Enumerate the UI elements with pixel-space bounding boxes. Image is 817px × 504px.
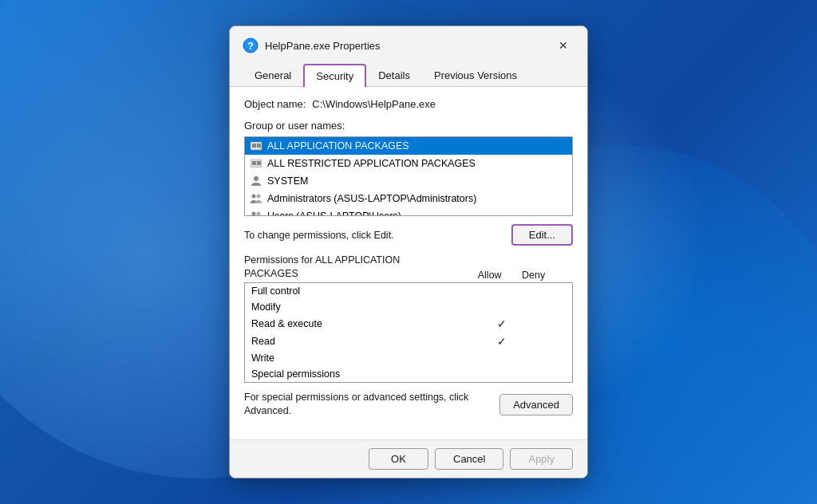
tab-general[interactable]: General bbox=[243, 64, 303, 87]
group-list-container: ALL APPLICATION PACKAGES ALL RESTRICTED … bbox=[244, 136, 573, 216]
close-button[interactable]: ✕ bbox=[552, 34, 574, 57]
svg-point-11 bbox=[252, 212, 256, 216]
check-icon: ✓ bbox=[497, 335, 507, 348]
perm-row-write: Write bbox=[245, 350, 572, 366]
object-name-row: Object name: C:\Windows\HelpPane.exe bbox=[244, 98, 573, 110]
svg-point-8 bbox=[254, 176, 259, 181]
users-icon bbox=[250, 210, 262, 215]
svg-rect-6 bbox=[252, 161, 256, 165]
perm-row-full-control: Full control bbox=[245, 283, 572, 299]
help-icon: ? bbox=[243, 37, 259, 53]
svg-point-12 bbox=[257, 212, 261, 216]
group-item-label: ALL RESTRICTED APPLICATION PACKAGES bbox=[267, 158, 476, 169]
svg-point-10 bbox=[257, 195, 261, 199]
perm-row-modify: Modify bbox=[245, 299, 572, 315]
svg-rect-7 bbox=[257, 161, 261, 165]
perm-name: Read bbox=[251, 336, 478, 347]
users-icon bbox=[250, 192, 262, 205]
perm-name: Read & execute bbox=[251, 318, 478, 329]
svg-point-9 bbox=[252, 195, 256, 199]
group-item-label: Administrators (ASUS-LAPTOP\Administrato… bbox=[267, 193, 476, 204]
group-item-all-restricted[interactable]: ALL RESTRICTED APPLICATION PACKAGES bbox=[245, 155, 572, 172]
object-name-label: Object name: bbox=[244, 98, 306, 110]
svg-rect-4 bbox=[257, 144, 261, 148]
cancel-button[interactable]: Cancel bbox=[435, 448, 503, 470]
perm-name: Full control bbox=[251, 285, 478, 297]
group-item-all-app-packages[interactable]: ALL APPLICATION PACKAGES bbox=[245, 137, 572, 155]
deny-col-header: Deny bbox=[522, 270, 545, 281]
dialog-overlay: ? HelpPane.exe Properties ✕ General Secu… bbox=[0, 0, 817, 504]
title-bar: ? HelpPane.exe Properties ✕ bbox=[230, 26, 587, 57]
group-list[interactable]: ALL APPLICATION PACKAGES ALL RESTRICTED … bbox=[245, 137, 572, 215]
group-item-users[interactable]: Users (ASUS-LAPTOP\Users) bbox=[245, 207, 572, 215]
group-item-system[interactable]: SYSTEM bbox=[245, 172, 572, 190]
advanced-button[interactable]: Advanced bbox=[499, 394, 573, 415]
perm-name: Write bbox=[251, 352, 478, 364]
perm-row-special: Special permissions bbox=[245, 366, 572, 382]
edit-text: To change permissions, click Edit. bbox=[244, 230, 394, 241]
dialog-footer: OK Cancel Apply bbox=[230, 439, 587, 478]
svg-text:?: ? bbox=[247, 40, 254, 52]
svg-rect-3 bbox=[252, 144, 256, 148]
group-item-label: Users (ASUS-LAPTOP\Users) bbox=[267, 211, 401, 215]
perm-allow-read: ✓ bbox=[478, 335, 526, 348]
group-item-label: ALL APPLICATION PACKAGES bbox=[267, 140, 409, 152]
perm-name: Special permissions bbox=[251, 368, 478, 380]
edit-button[interactable]: Edit... bbox=[511, 224, 573, 246]
permissions-title: Permissions for ALL APPLICATIONPACKAGES bbox=[244, 254, 468, 281]
check-icon: ✓ bbox=[497, 317, 507, 330]
perm-row-read-execute: Read & execute ✓ bbox=[245, 315, 572, 333]
group-item-label: SYSTEM bbox=[267, 175, 308, 187]
tabs-bar: General Security Details Previous Versio… bbox=[230, 57, 587, 87]
group-icon bbox=[250, 140, 262, 152]
advanced-section: For special permissions or advanced sett… bbox=[244, 391, 573, 419]
allow-col-header: Allow bbox=[478, 270, 502, 281]
group-item-administrators[interactable]: Administrators (ASUS-LAPTOP\Administrato… bbox=[245, 190, 572, 207]
perm-allow-read-execute: ✓ bbox=[478, 317, 526, 330]
dialog-body: Object name: C:\Windows\HelpPane.exe Gro… bbox=[230, 87, 587, 439]
permissions-table: Full control Modify Read & execute ✓ bbox=[244, 282, 573, 383]
perm-name: Modify bbox=[251, 301, 478, 313]
advanced-text: For special permissions or advanced sett… bbox=[244, 391, 491, 419]
perm-row-read: Read ✓ bbox=[245, 333, 572, 350]
tab-details[interactable]: Details bbox=[366, 64, 422, 87]
properties-dialog: ? HelpPane.exe Properties ✕ General Secu… bbox=[229, 26, 588, 478]
object-name-value: C:\Windows\HelpPane.exe bbox=[312, 98, 436, 110]
tab-previous-versions[interactable]: Previous Versions bbox=[422, 64, 529, 87]
apply-button[interactable]: Apply bbox=[510, 448, 573, 470]
tab-security[interactable]: Security bbox=[303, 64, 366, 87]
edit-section: To change permissions, click Edit. Edit.… bbox=[244, 224, 573, 246]
group-icon bbox=[250, 157, 262, 170]
dialog-title: HelpPane.exe Properties bbox=[265, 40, 546, 52]
user-icon bbox=[250, 175, 262, 187]
ok-button[interactable]: OK bbox=[369, 448, 428, 470]
group-label: Group or user names: bbox=[244, 120, 573, 132]
